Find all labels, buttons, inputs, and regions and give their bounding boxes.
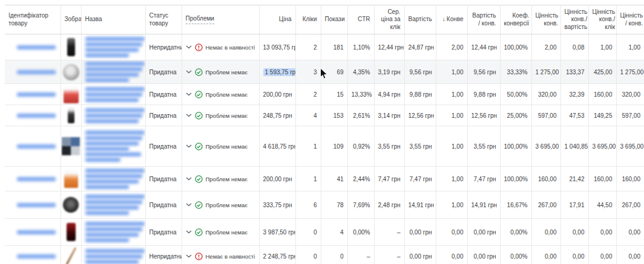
metric-ctr: 2,61% — [347, 105, 374, 126]
column-label: Проблеми — [186, 15, 214, 24]
metric-cost_per_conv: 0,00 грн — [467, 219, 500, 246]
product-name-link[interactable] — [85, 60, 142, 83]
metric-cost: 9,88 грн — [404, 84, 436, 105]
column-header-avg_cpc[interactable]: Сер. ціна за клік — [374, 5, 404, 34]
column-header-cost[interactable]: Вартість — [404, 5, 436, 34]
chevron-down-icon[interactable] — [186, 92, 192, 96]
product-id-link[interactable] — [17, 45, 56, 50]
chevron-down-icon[interactable] — [186, 203, 192, 207]
metric-value_per_conv: 3 695,00 — [616, 126, 644, 167]
product-id-link[interactable] — [17, 144, 56, 149]
metric-cost_per_conv: 9,56 грн — [467, 60, 500, 84]
sort-descending-icon: ↓ — [442, 16, 445, 22]
metric-avg_cpc: 3,55 грн — [374, 126, 404, 167]
metric-conv_value_per_click: 149,25 — [588, 105, 616, 126]
column-header-image[interactable]: Зображ — [61, 5, 81, 34]
metric-conversions: 0,00 — [436, 246, 467, 264]
product-name-link[interactable] — [85, 248, 142, 264]
chevron-down-icon[interactable] — [186, 114, 192, 117]
metric-clicks: 1 — [295, 126, 321, 167]
column-label: Кліки — [303, 16, 317, 24]
column-header-impressions[interactable]: Покази — [321, 5, 347, 34]
status-label: Придатна — [150, 112, 177, 119]
column-header-ctr[interactable]: CTR — [347, 5, 374, 34]
metric-conv_value: 597,00 — [531, 105, 560, 126]
metric-conv_value_per_cost: 133,37 — [560, 60, 588, 84]
column-header-conversions[interactable]: ↓Конве — [436, 5, 467, 34]
metric-value_per_conv: 267,00 — [616, 192, 644, 219]
status-label: Придатна — [150, 69, 177, 76]
metric-value_per_conv: 160,00 — [616, 167, 644, 192]
metric-conv_value: 160,00 — [531, 167, 560, 192]
metric-price: 200,00 грн — [259, 167, 295, 192]
metric-clicks: 0 — [295, 246, 321, 264]
chevron-down-icon[interactable] — [186, 70, 192, 74]
metric-conv_value_per_click: 160,00 — [588, 84, 616, 105]
product-name-link[interactable] — [85, 36, 142, 59]
metric-clicks: 3 — [295, 60, 321, 84]
column-header-clicks[interactable]: Кліки — [295, 5, 321, 34]
chevron-down-icon[interactable] — [186, 230, 192, 234]
column-header-conv_value_per_click[interactable]: Цінність конв./ клік — [588, 5, 616, 34]
column-header-cost_per_conv[interactable]: Вартість / конв. — [467, 5, 500, 34]
metric-impressions: 41 — [321, 167, 347, 192]
product-id-link[interactable] — [17, 92, 56, 97]
metric-cost_per_conv: 3,55 грн — [467, 126, 500, 167]
column-header-price[interactable]: Ціна — [259, 5, 295, 34]
product-id-link[interactable] — [17, 230, 56, 234]
column-header-conv_value_per_cost[interactable]: Цінність конв./ вартість — [560, 5, 588, 34]
chevron-down-icon[interactable] — [186, 177, 192, 181]
product-name-link[interactable] — [85, 167, 142, 190]
product-id-link[interactable] — [17, 254, 56, 259]
metric-conv_rate: 100,00% — [500, 34, 531, 60]
metric-impressions: 109 — [321, 126, 347, 167]
metric-ctr: 13,33% — [347, 84, 374, 105]
column-header-name[interactable]: Назва — [81, 5, 145, 34]
metric-avg_cpc: 4,94 грн — [374, 84, 404, 105]
metric-conv_value_per_cost: 0,00 — [560, 219, 588, 246]
column-header-conv_value[interactable]: Цінність конв. — [531, 5, 560, 34]
column-label: Цінність конв./ вартість — [565, 8, 588, 31]
column-label: Вартість — [409, 16, 432, 24]
metric-cost_per_conv: 7,47 грн — [467, 167, 500, 192]
product-id-link[interactable] — [17, 114, 56, 118]
problem-label: Проблем немає — [206, 202, 248, 208]
status-label: Придатна — [150, 143, 177, 150]
column-label: Статус товару — [150, 12, 178, 27]
column-header-status[interactable]: Статус товару — [145, 5, 182, 34]
product-image — [61, 246, 80, 264]
product-id-link[interactable] — [17, 203, 56, 207]
column-header-conv_rate[interactable]: Коеф. конверсії — [500, 5, 531, 34]
metric-impressions: 153 — [321, 105, 347, 126]
metric-conv_value_per_cost: 32,39 — [560, 84, 588, 105]
problem-label: Проблем немає — [206, 229, 248, 236]
product-name-link[interactable] — [85, 193, 142, 216]
product-image — [61, 136, 80, 156]
chevron-down-icon[interactable] — [186, 45, 192, 49]
metric-avg_cpc: 2,48 грн — [374, 192, 404, 219]
metric-value_per_conv: 1,00 — [616, 34, 644, 60]
metric-conv_value_per_cost: 0,08 — [560, 34, 588, 60]
product-id-link[interactable] — [17, 70, 56, 74]
chevron-down-icon[interactable] — [186, 144, 192, 148]
check-circle-icon — [195, 175, 203, 183]
column-header-id[interactable]: Ідентифікатор товару — [5, 5, 61, 34]
column-label: Покази — [325, 16, 345, 24]
product-name-link[interactable] — [85, 86, 142, 103]
product-name-link[interactable] — [85, 129, 142, 163]
column-header-problems[interactable]: Проблеми — [182, 5, 259, 34]
chevron-down-icon[interactable] — [186, 254, 192, 258]
metric-conv_rate: 16,67% — [500, 192, 531, 219]
product-name-link[interactable] — [85, 107, 142, 124]
problem-label: Проблем немає — [206, 91, 248, 98]
check-circle-icon — [195, 112, 203, 120]
metric-conv_rate: 0,00% — [500, 219, 531, 246]
product-name-link[interactable] — [85, 221, 142, 243]
product-id-link[interactable] — [17, 177, 56, 181]
table-row: ПридатнаПроблем немає248,75 грн41532,61%… — [5, 105, 644, 126]
column-header-value_per_conv[interactable]: Цінність / конв. — [616, 5, 644, 34]
mouse-cursor — [320, 68, 328, 80]
metric-avg_cpc: 12,44 грн — [374, 34, 404, 60]
metric-conv_rate: 25,00% — [500, 105, 531, 126]
metric-avg_cpc: 3,19 грн — [374, 60, 404, 84]
